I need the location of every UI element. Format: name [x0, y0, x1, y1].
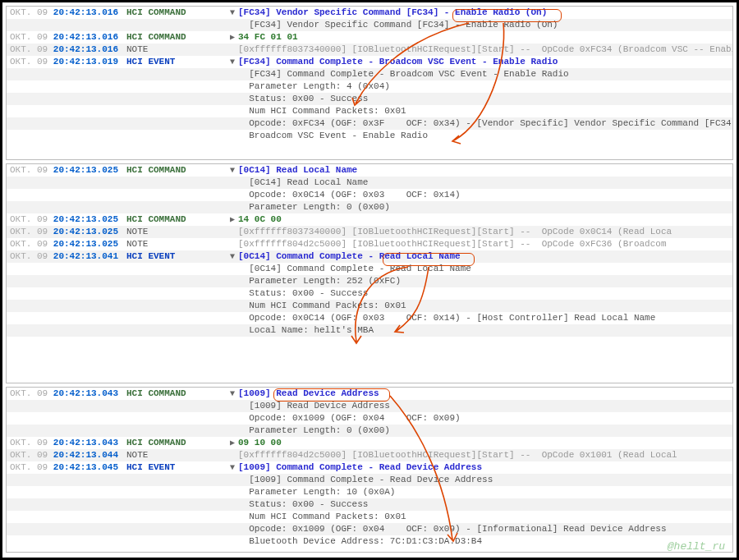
log-row[interactable]: ОКТ. 09 20:42:13.044NOTE[0xffffff804d2c5… [7, 449, 732, 461]
log-body-cell: Status: 0x00 - Success [238, 498, 732, 511]
event-kind-cell: HCI COMMAND [126, 213, 227, 226]
log-row[interactable]: Opcode: 0x1009 (OGF: 0x04 OCF: 0x09) - [… [7, 523, 732, 535]
log-body-cell: [1009] Command Complete - Read Device Ad… [238, 461, 732, 474]
log-row[interactable]: Bluetooth Device Address: 7C:D1:C3:DA:D3… [7, 535, 732, 548]
timestamp-cell: ОКТ. 09 20:42:13.019 [7, 56, 126, 68]
disclosure-down-icon[interactable]: ▼ [227, 56, 238, 68]
log-row[interactable]: Opcode: 0x1009 (OGF: 0x04 OCF: 0x09) [7, 412, 732, 425]
log-row[interactable]: [0C14] Read Local Name [7, 177, 732, 189]
log-body-cell: Bluetooth Device Address: 7C:D1:C3:DA:D3… [238, 535, 732, 548]
log-body-cell: Num HCI Command Packets: 0x01 [238, 105, 732, 117]
log-body-cell: Parameter Length: 0 (0x00) [238, 201, 732, 213]
log-row[interactable]: Num HCI Command Packets: 0x01 [7, 300, 732, 312]
timestamp-cell: ОКТ. 09 20:42:13.016 [7, 7, 126, 19]
event-kind-cell: HCI EVENT [126, 250, 227, 263]
log-body-cell: [0C14] Command Complete - Read Local Nam… [238, 250, 732, 263]
packet-panel-1: ОКТ. 09 20:42:13.016HCI COMMAND▼[FC34] V… [6, 6, 733, 160]
timestamp-cell: ОКТ. 09 20:42:13.043 [7, 388, 126, 400]
packet-panel-2: ОКТ. 09 20:42:13.025HCI COMMAND▼[0C14] R… [6, 163, 733, 383]
log-body-cell: 14 0C 00 [238, 213, 732, 226]
disclosure-down-icon[interactable]: ▼ [227, 164, 238, 177]
log-row[interactable]: Parameter Length: 4 (0x04) [7, 80, 732, 93]
log-row[interactable]: Parameter Length: 0 (0x00) [7, 201, 732, 213]
log-body-cell: Broadcom VSC Event - Enable Radio [238, 130, 732, 142]
log-row[interactable]: ОКТ. 09 20:42:13.016HCI COMMAND▶34 FC 01… [7, 31, 732, 44]
log-body-cell: [FC34] Command Complete - Broadcom VSC E… [238, 68, 732, 80]
log-row[interactable]: Status: 0x00 - Success [7, 93, 732, 105]
disclosure-down-icon[interactable]: ▼ [227, 388, 238, 400]
packet-log-frame: ОКТ. 09 20:42:13.016HCI COMMAND▼[FC34] V… [0, 0, 739, 560]
timestamp-cell: ОКТ. 09 20:42:13.016 [7, 44, 126, 56]
log-body-cell: [1009] Command Complete - Read Device Ad… [238, 474, 732, 486]
log-body-cell: Status: 0x00 - Success [238, 287, 732, 300]
log-body-cell: Opcode: 0x0C14 (OGF: 0x03 OCF: 0x14) - [… [238, 312, 732, 324]
log-body-cell: Opcode: 0xFC34 (OGF: 0x3F OCF: 0x34) - [… [238, 117, 732, 130]
disclosure-down-icon[interactable]: ▼ [227, 461, 238, 474]
log-row[interactable]: Opcode: 0x0C14 (OGF: 0x03 OCF: 0x14) [7, 189, 732, 201]
disclosure-down-icon[interactable]: ▼ [227, 7, 238, 19]
log-body-cell: Opcode: 0x1009 (OGF: 0x04 OCF: 0x09) - [… [238, 523, 732, 535]
log-body-cell: Parameter Length: 252 (0xFC) [238, 275, 732, 287]
log-row[interactable]: Parameter Length: 252 (0xFC) [7, 275, 732, 287]
log-body-cell: [0xffffff8037340000] [IOBluetoothHCIRequ… [238, 44, 732, 56]
log-body-cell: Parameter Length: 4 (0x04) [238, 80, 732, 93]
log-body-cell: Opcode: 0x0C14 (OGF: 0x03 OCF: 0x14) [238, 189, 732, 201]
log-body-cell: 34 FC 01 01 [238, 31, 732, 44]
log-row[interactable]: ОКТ. 09 20:42:13.043HCI COMMAND▼[1009] R… [7, 388, 732, 400]
log-row[interactable]: ОКТ. 09 20:42:13.016HCI COMMAND▼[FC34] V… [7, 7, 732, 19]
log-row[interactable]: Num HCI Command Packets: 0x01 [7, 511, 732, 523]
log-body-cell: [FC34] Command Complete - Broadcom VSC E… [238, 56, 732, 68]
log-row[interactable]: ОКТ. 09 20:42:13.043HCI COMMAND▶09 10 00 [7, 437, 732, 449]
log-body-cell: Status: 0x00 - Success [238, 93, 732, 105]
timestamp-cell: ОКТ. 09 20:42:13.016 [7, 31, 126, 44]
timestamp-cell: ОКТ. 09 20:42:13.025 [7, 226, 126, 238]
timestamp-cell: ОКТ. 09 20:42:13.025 [7, 213, 126, 226]
log-body-cell: Num HCI Command Packets: 0x01 [238, 300, 732, 312]
log-body-cell: 09 10 00 [238, 437, 732, 449]
log-row[interactable]: ОКТ. 09 20:42:13.019HCI EVENT▼[FC34] Com… [7, 56, 732, 68]
event-kind-cell: HCI EVENT [126, 461, 227, 474]
log-row[interactable]: ОКТ. 09 20:42:13.016NOTE[0xffffff8037340… [7, 44, 732, 56]
log-body-cell: [0xffffff804d2c5000] [IOBluetoothHCIRequ… [238, 449, 732, 461]
event-kind-cell: HCI COMMAND [126, 437, 227, 449]
log-row[interactable]: ОКТ. 09 20:42:13.025HCI COMMAND▼[0C14] R… [7, 164, 732, 177]
log-body-cell: Parameter Length: 10 (0x0A) [238, 486, 732, 498]
log-body-cell: [1009] Read Device Address [238, 388, 732, 400]
log-row[interactable]: Status: 0x00 - Success [7, 498, 732, 511]
log-body-cell: [0xffffff8037340000] [IOBluetoothHCIRequ… [238, 226, 732, 238]
log-row[interactable]: Parameter Length: 10 (0x0A) [7, 486, 732, 498]
log-row[interactable]: ОКТ. 09 20:42:13.041HCI EVENT▼[0C14] Com… [7, 250, 732, 263]
log-row[interactable]: [FC34] Vendor Specific Command [FC34] - … [7, 19, 732, 31]
log-row[interactable]: Parameter Length: 0 (0x00) [7, 425, 732, 437]
log-body-cell: [0C14] Read Local Name [238, 177, 732, 189]
disclosure-down-icon[interactable]: ▼ [227, 250, 238, 263]
timestamp-cell: ОКТ. 09 20:42:13.041 [7, 250, 126, 263]
log-row[interactable]: Status: 0x00 - Success [7, 287, 732, 300]
log-row[interactable]: ОКТ. 09 20:42:13.025HCI COMMAND▶14 0C 00 [7, 213, 732, 226]
disclosure-right-icon[interactable]: ▶ [227, 437, 238, 449]
log-row[interactable]: Num HCI Command Packets: 0x01 [7, 105, 732, 117]
log-body-cell: [FC34] Vendor Specific Command [FC34] - … [238, 7, 732, 19]
log-row[interactable]: ОКТ. 09 20:42:13.025NOTE[0xffffff804d2c5… [7, 238, 732, 250]
log-row[interactable]: [FC34] Command Complete - Broadcom VSC E… [7, 68, 732, 80]
log-row[interactable]: Opcode: 0x0C14 (OGF: 0x03 OCF: 0x14) - [… [7, 312, 732, 324]
log-body-cell: [0C14] Command Complete - Read Local Nam… [238, 263, 732, 275]
log-row[interactable]: [1009] Read Device Address [7, 400, 732, 412]
log-row[interactable]: Local Name: hellt's MBA [7, 324, 732, 337]
event-kind-cell: NOTE [126, 44, 227, 56]
disclosure-right-icon[interactable]: ▶ [227, 213, 238, 226]
log-body-cell: [0xffffff804d2c5000] [IOBluetoothHCIRequ… [238, 238, 732, 250]
log-body-cell: Num HCI Command Packets: 0x01 [238, 511, 732, 523]
timestamp-cell: ОКТ. 09 20:42:13.025 [7, 238, 126, 250]
log-row[interactable]: [1009] Command Complete - Read Device Ad… [7, 474, 732, 486]
log-body-cell: Local Name: hellt's MBA [238, 324, 732, 337]
log-row[interactable]: Broadcom VSC Event - Enable Radio [7, 130, 732, 142]
log-row[interactable]: ОКТ. 09 20:42:13.045HCI EVENT▼[1009] Com… [7, 461, 732, 474]
disclosure-right-icon[interactable]: ▶ [227, 31, 238, 44]
log-row[interactable]: [0C14] Command Complete - Read Local Nam… [7, 263, 732, 275]
log-body-cell: [FC34] Vendor Specific Command [FC34] - … [238, 19, 732, 31]
log-row[interactable]: Opcode: 0xFC34 (OGF: 0x3F OCF: 0x34) - [… [7, 117, 732, 130]
log-row[interactable]: ОКТ. 09 20:42:13.025NOTE[0xffffff8037340… [7, 226, 732, 238]
log-body-cell: Opcode: 0x1009 (OGF: 0x04 OCF: 0x09) [238, 412, 732, 425]
watermark-text: @hellt_ru [668, 540, 725, 553]
